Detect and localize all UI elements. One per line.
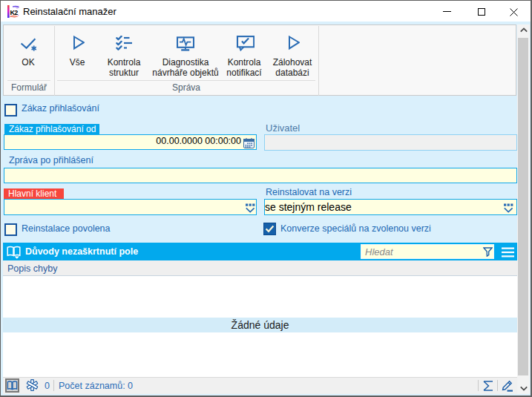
svg-text:K2: K2	[10, 9, 18, 16]
